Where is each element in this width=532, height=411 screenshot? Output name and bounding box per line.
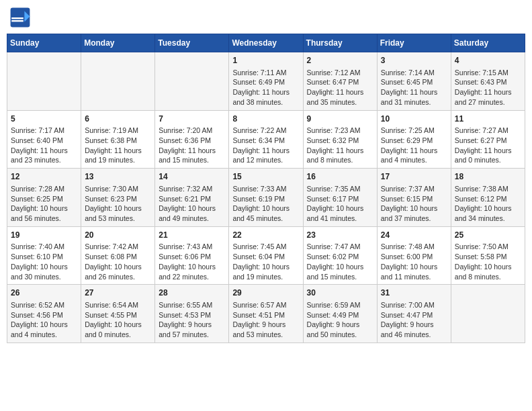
calendar-table: SundayMondayTuesdayWednesdayThursdayFrid…	[7, 34, 525, 343]
day-number: 4	[455, 55, 521, 66]
calendar-cell	[451, 285, 525, 343]
calendar-cell: 4Sunrise: 7:15 AMSunset: 6:43 PMDaylight…	[451, 52, 525, 111]
calendar-cell: 20Sunrise: 7:42 AMSunset: 6:08 PMDayligh…	[81, 226, 155, 285]
cell-content: Sunrise: 7:45 AMSunset: 6:04 PMDaylight:…	[232, 242, 299, 281]
calendar-week-row: 12Sunrise: 7:28 AMSunset: 6:25 PMDayligh…	[7, 169, 525, 227]
cell-content: Sunrise: 7:40 AMSunset: 6:10 PMDaylight:…	[11, 242, 77, 281]
day-number: 7	[159, 113, 225, 125]
day-number: 8	[232, 113, 299, 125]
cell-content: Sunrise: 7:00 AMSunset: 4:47 PMDaylight:…	[381, 300, 447, 340]
cell-content: Sunrise: 7:19 AMSunset: 6:38 PMDaylight:…	[85, 126, 151, 165]
day-number: 24	[381, 230, 447, 241]
calendar-cell: 15Sunrise: 7:33 AMSunset: 6:19 PMDayligh…	[229, 169, 303, 227]
day-number: 14	[159, 171, 225, 183]
calendar-cell: 19Sunrise: 7:40 AMSunset: 6:10 PMDayligh…	[7, 226, 81, 285]
weekday-header-row: SundayMondayTuesdayWednesdayThursdayFrid…	[7, 34, 525, 52]
calendar-cell: 30Sunrise: 6:59 AMSunset: 4:49 PMDayligh…	[303, 285, 377, 343]
calendar-cell: 12Sunrise: 7:28 AMSunset: 6:25 PMDayligh…	[7, 169, 81, 227]
weekday-header-monday: Monday	[81, 34, 155, 52]
calendar-cell: 5Sunrise: 7:17 AMSunset: 6:40 PMDaylight…	[7, 110, 81, 169]
svg-rect-3	[11, 20, 24, 21]
day-number: 9	[307, 113, 373, 125]
day-number: 30	[307, 287, 373, 299]
cell-content: Sunrise: 6:57 AMSunset: 4:51 PMDaylight:…	[232, 300, 299, 340]
calendar-cell: 3Sunrise: 7:14 AMSunset: 6:45 PMDaylight…	[377, 52, 451, 111]
calendar-week-row: 5Sunrise: 7:17 AMSunset: 6:40 PMDaylight…	[7, 110, 525, 169]
cell-content: Sunrise: 7:20 AMSunset: 6:36 PMDaylight:…	[159, 126, 225, 165]
logo-icon	[9, 7, 31, 28]
day-number: 6	[85, 113, 151, 125]
day-number: 19	[11, 230, 77, 241]
day-number: 22	[232, 230, 299, 241]
calendar-cell: 25Sunrise: 7:50 AMSunset: 5:58 PMDayligh…	[451, 226, 525, 285]
day-number: 12	[11, 171, 77, 183]
page-header	[7, 7, 525, 28]
day-number: 20	[85, 230, 151, 241]
day-number: 10	[381, 113, 447, 125]
day-number: 3	[381, 55, 447, 66]
calendar-cell: 23Sunrise: 7:47 AMSunset: 6:02 PMDayligh…	[303, 226, 377, 285]
day-number: 31	[381, 287, 447, 299]
weekday-header-thursday: Thursday	[303, 34, 377, 52]
cell-content: Sunrise: 7:28 AMSunset: 6:25 PMDaylight:…	[11, 184, 77, 224]
cell-content: Sunrise: 7:37 AMSunset: 6:15 PMDaylight:…	[381, 184, 447, 224]
calendar-cell: 2Sunrise: 7:12 AMSunset: 6:47 PMDaylight…	[303, 52, 377, 111]
cell-content: Sunrise: 7:50 AMSunset: 5:58 PMDaylight:…	[455, 242, 521, 281]
cell-content: Sunrise: 7:32 AMSunset: 6:21 PMDaylight:…	[159, 184, 225, 224]
calendar-cell: 11Sunrise: 7:27 AMSunset: 6:27 PMDayligh…	[451, 110, 525, 169]
calendar-cell: 18Sunrise: 7:38 AMSunset: 6:12 PMDayligh…	[451, 169, 525, 227]
svg-rect-2	[11, 17, 24, 19]
calendar-cell: 27Sunrise: 6:54 AMSunset: 4:55 PMDayligh…	[81, 285, 155, 343]
cell-content: Sunrise: 7:11 AMSunset: 6:49 PMDaylight:…	[232, 68, 299, 107]
day-number: 16	[307, 171, 373, 183]
day-number: 13	[85, 171, 151, 183]
day-number: 29	[232, 287, 299, 299]
calendar-cell: 7Sunrise: 7:20 AMSunset: 6:36 PMDaylight…	[155, 110, 229, 169]
cell-content: Sunrise: 7:22 AMSunset: 6:34 PMDaylight:…	[232, 126, 299, 165]
day-number: 17	[381, 171, 447, 183]
cell-content: Sunrise: 7:17 AMSunset: 6:40 PMDaylight:…	[11, 126, 77, 165]
cell-content: Sunrise: 7:48 AMSunset: 6:00 PMDaylight:…	[381, 242, 447, 281]
calendar-body: 1Sunrise: 7:11 AMSunset: 6:49 PMDaylight…	[7, 52, 525, 343]
cell-content: Sunrise: 7:25 AMSunset: 6:29 PMDaylight:…	[381, 126, 447, 165]
calendar-week-row: 26Sunrise: 6:52 AMSunset: 4:56 PMDayligh…	[7, 285, 525, 343]
day-number: 27	[85, 287, 151, 299]
day-number: 23	[307, 230, 373, 241]
cell-content: Sunrise: 7:27 AMSunset: 6:27 PMDaylight:…	[455, 126, 521, 165]
calendar-header: SundayMondayTuesdayWednesdayThursdayFrid…	[7, 34, 525, 52]
calendar-cell: 29Sunrise: 6:57 AMSunset: 4:51 PMDayligh…	[229, 285, 303, 343]
cell-content: Sunrise: 7:12 AMSunset: 6:47 PMDaylight:…	[307, 68, 373, 107]
day-number: 21	[159, 230, 225, 241]
calendar-cell: 31Sunrise: 7:00 AMSunset: 4:47 PMDayligh…	[377, 285, 451, 343]
weekday-header-saturday: Saturday	[451, 34, 525, 52]
cell-content: Sunrise: 6:59 AMSunset: 4:49 PMDaylight:…	[307, 300, 373, 340]
calendar-cell: 28Sunrise: 6:55 AMSunset: 4:53 PMDayligh…	[155, 285, 229, 343]
cell-content: Sunrise: 6:52 AMSunset: 4:56 PMDaylight:…	[11, 300, 77, 340]
calendar-cell: 24Sunrise: 7:48 AMSunset: 6:00 PMDayligh…	[377, 226, 451, 285]
calendar-cell	[81, 52, 155, 111]
cell-content: Sunrise: 7:23 AMSunset: 6:32 PMDaylight:…	[307, 126, 373, 165]
logo	[9, 7, 34, 28]
day-number: 1	[232, 55, 299, 66]
cell-content: Sunrise: 7:47 AMSunset: 6:02 PMDaylight:…	[307, 242, 373, 281]
weekday-header-wednesday: Wednesday	[229, 34, 303, 52]
calendar-cell	[155, 52, 229, 111]
calendar-cell: 9Sunrise: 7:23 AMSunset: 6:32 PMDaylight…	[303, 110, 377, 169]
day-number: 26	[11, 287, 77, 299]
day-number: 18	[455, 171, 521, 183]
day-number: 25	[455, 230, 521, 241]
calendar-cell: 26Sunrise: 6:52 AMSunset: 4:56 PMDayligh…	[7, 285, 81, 343]
cell-content: Sunrise: 7:38 AMSunset: 6:12 PMDaylight:…	[455, 184, 521, 224]
calendar-week-row: 1Sunrise: 7:11 AMSunset: 6:49 PMDaylight…	[7, 52, 525, 111]
weekday-header-friday: Friday	[377, 34, 451, 52]
cell-content: Sunrise: 7:35 AMSunset: 6:17 PMDaylight:…	[307, 184, 373, 224]
day-number: 2	[307, 55, 373, 66]
cell-content: Sunrise: 7:30 AMSunset: 6:23 PMDaylight:…	[85, 184, 151, 224]
calendar-cell	[7, 52, 81, 111]
calendar-cell: 10Sunrise: 7:25 AMSunset: 6:29 PMDayligh…	[377, 110, 451, 169]
calendar-cell: 6Sunrise: 7:19 AMSunset: 6:38 PMDaylight…	[81, 110, 155, 169]
weekday-header-tuesday: Tuesday	[155, 34, 229, 52]
calendar-cell: 16Sunrise: 7:35 AMSunset: 6:17 PMDayligh…	[303, 169, 377, 227]
weekday-header-sunday: Sunday	[7, 34, 81, 52]
day-number: 5	[11, 113, 77, 125]
